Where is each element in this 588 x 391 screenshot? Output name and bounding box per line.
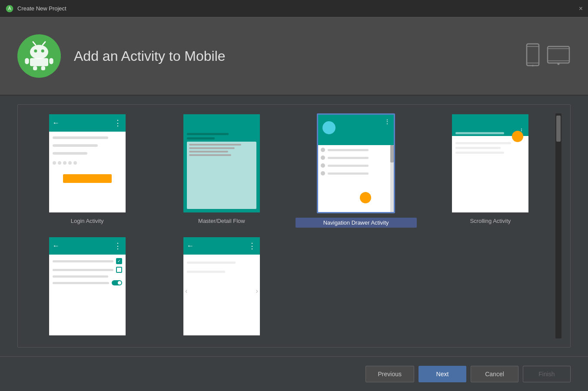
nav-item-3	[321, 163, 369, 168]
nav-drawer-label: Navigation Drawer Activity	[296, 218, 417, 228]
android-logo-svg	[24, 41, 54, 71]
login-field-2	[53, 144, 98, 147]
nav-dots: ⋮	[384, 118, 390, 125]
svg-rect-8	[25, 58, 29, 64]
viewpager-nav: ‹ ›	[183, 287, 260, 295]
nav-item-1	[321, 148, 369, 152]
nav-scrollbar	[390, 145, 394, 212]
nav-circle	[322, 121, 336, 134]
settings-item-3	[53, 280, 122, 285]
master-detail-card[interactable]: Master/Detail Flow	[161, 113, 282, 228]
settings-back-icon: ←	[53, 242, 60, 250]
nav-drawer-mockup: ⋮	[318, 115, 394, 212]
svg-point-2	[30, 45, 48, 59]
login-button-mock	[63, 174, 112, 183]
nav-drawer-card[interactable]: ⋮	[296, 113, 417, 228]
device-icon	[525, 43, 571, 69]
activity-grid-container: ← ⋮	[17, 104, 571, 348]
svg-point-3	[34, 50, 37, 53]
back-icon: ←	[53, 119, 60, 127]
dialog-header: Add an Activity to Mobile	[0, 17, 588, 96]
scroll-title-line	[455, 132, 504, 134]
cancel-button[interactable]: Cancel	[471, 366, 518, 382]
prev-arrow-icon: ‹	[185, 287, 187, 295]
nav-body	[318, 145, 394, 212]
svg-text:A: A	[8, 6, 11, 11]
grid-scrollbar-thumb	[556, 116, 561, 142]
svg-point-15	[532, 65, 534, 66]
settings-activity-preview: ← ⋮	[48, 236, 126, 336]
previous-button[interactable]: Previous	[365, 366, 414, 382]
master-detail-label: Master/Detail Flow	[198, 218, 245, 224]
close-button[interactable]: ×	[579, 5, 583, 12]
svg-rect-10	[33, 66, 37, 70]
settings-toggle-1	[112, 280, 122, 285]
grid-scrollbar[interactable]	[555, 113, 561, 338]
master-card	[187, 142, 256, 209]
phone-icon-svg	[525, 43, 544, 69]
svg-line-6	[43, 42, 45, 45]
scrolling-activity-label: Scrolling Activity	[470, 218, 511, 224]
master-body	[183, 129, 260, 212]
nav-item-4	[321, 171, 369, 176]
settings-activity-card[interactable]: ← ⋮	[27, 236, 148, 338]
nav-drawer-header: ⋮	[318, 115, 394, 145]
master-detail-preview	[183, 113, 261, 213]
svg-point-4	[41, 50, 44, 53]
main-content: ← ⋮	[0, 96, 588, 356]
master-toolbar	[183, 114, 260, 129]
login-field-1	[53, 136, 108, 139]
tabbed-back-icon: ←	[187, 242, 194, 250]
svg-rect-9	[49, 58, 53, 64]
dialog-title: Create New Project	[17, 5, 66, 12]
svg-point-19	[558, 63, 560, 65]
settings-check-2	[116, 267, 122, 273]
tabbed-menu-icon: ⋮	[248, 241, 256, 251]
nav-fab	[360, 192, 371, 203]
svg-line-5	[33, 42, 36, 45]
menu-icon: ⋮	[114, 118, 122, 128]
scrolling-activity-preview: ⋮	[451, 113, 529, 213]
login-dots	[53, 161, 122, 165]
dialog-footer: Previous Next Cancel Finish	[0, 356, 588, 391]
tabbed-activity-card[interactable]: ← ⋮ ‹ › Tabbed Activity	[161, 236, 282, 338]
finish-button[interactable]: Finish	[523, 366, 571, 382]
login-field-3	[53, 152, 87, 155]
svg-rect-12	[527, 44, 539, 66]
scrolling-activity-card[interactable]: ⋮ Scrolling Activity	[430, 113, 551, 228]
next-arrow-icon: ›	[256, 287, 258, 295]
tablet-icon-svg	[547, 44, 571, 68]
settings-item-2	[53, 267, 122, 273]
tabbed-body: ‹ ›	[183, 255, 260, 335]
svg-rect-11	[41, 66, 45, 70]
tabbed-toolbar: ← ⋮	[183, 237, 260, 255]
title-bar-left: A Create New Project	[5, 4, 66, 13]
page-title: Add an Activity to Mobile	[74, 48, 226, 64]
nav-drawer-preview: ⋮	[317, 113, 395, 213]
svg-rect-7	[30, 58, 48, 66]
next-button[interactable]: Next	[419, 366, 466, 382]
app-icon: A	[5, 4, 14, 13]
title-bar: A Create New Project ×	[0, 0, 588, 17]
login-body	[49, 132, 126, 212]
login-activity-preview: ← ⋮	[48, 113, 126, 213]
login-activity-card[interactable]: ← ⋮	[27, 113, 148, 228]
settings-item-1	[53, 258, 122, 264]
settings-body	[49, 255, 126, 335]
login-activity-label: Login Activity	[71, 218, 104, 224]
android-logo	[17, 34, 61, 78]
login-toolbar: ← ⋮	[49, 114, 126, 132]
nav-item-2	[321, 156, 369, 160]
tabbed-activity-preview: ← ⋮ ‹ ›	[183, 236, 261, 336]
settings-toolbar: ← ⋮	[49, 237, 126, 255]
activity-grid: ← ⋮	[27, 113, 551, 338]
settings-menu-icon: ⋮	[114, 241, 122, 251]
settings-check-1	[116, 258, 122, 264]
